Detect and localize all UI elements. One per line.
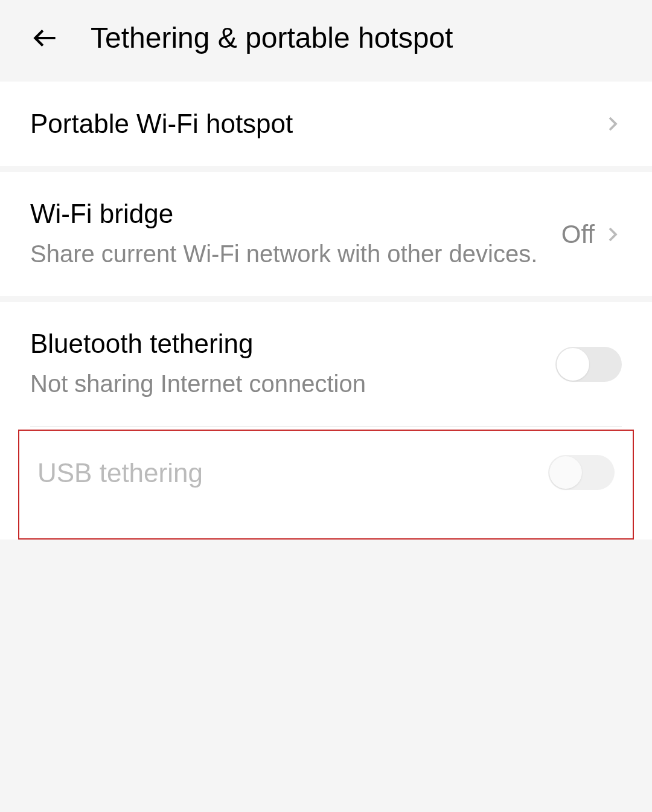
section-wifi-bridge: Wi-Fi bridge Share current Wi-Fi network… xyxy=(0,172,652,296)
chevron-right-icon xyxy=(604,115,622,133)
usb-tethering-label: USB tethering xyxy=(37,456,548,490)
wifi-bridge-value: Off xyxy=(561,220,595,249)
portable-hotspot-label: Portable Wi-Fi hotspot xyxy=(30,106,604,141)
section-portable-hotspot: Portable Wi-Fi hotspot xyxy=(0,82,652,166)
header: Tethering & portable hotspot xyxy=(0,0,652,76)
wifi-bridge-subtitle: Share current Wi-Fi network with other d… xyxy=(30,236,561,272)
row-wifi-bridge[interactable]: Wi-Fi bridge Share current Wi-Fi network… xyxy=(0,172,652,296)
chevron-right-icon xyxy=(604,225,622,243)
row-usb-tethering[interactable]: USB tethering xyxy=(18,430,634,540)
wifi-bridge-label: Wi-Fi bridge xyxy=(30,196,561,231)
toggle-knob xyxy=(557,348,589,381)
row-bluetooth-tethering[interactable]: Bluetooth tethering Not sharing Internet… xyxy=(0,302,652,426)
page-title: Tethering & portable hotspot xyxy=(91,21,453,54)
row-portable-hotspot[interactable]: Portable Wi-Fi hotspot xyxy=(0,82,652,166)
toggle-knob xyxy=(549,456,582,489)
section-tethering: Bluetooth tethering Not sharing Internet… xyxy=(0,302,652,540)
bluetooth-tethering-toggle[interactable] xyxy=(555,347,622,382)
bluetooth-tethering-subtitle: Not sharing Internet connection xyxy=(30,366,555,402)
divider xyxy=(30,426,622,427)
bluetooth-tethering-label: Bluetooth tethering xyxy=(30,326,555,361)
usb-tethering-toggle xyxy=(548,455,615,490)
back-arrow-icon[interactable] xyxy=(30,23,60,53)
